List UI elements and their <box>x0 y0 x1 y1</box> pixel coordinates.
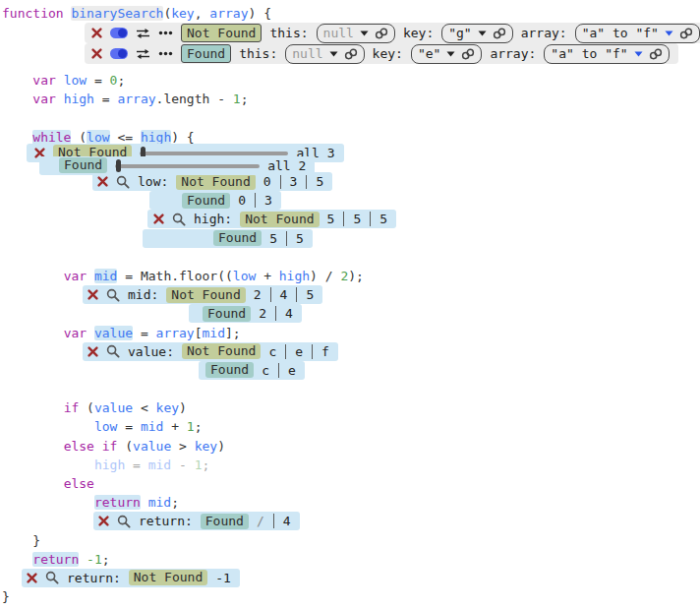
code-token: -1 <box>87 552 102 567</box>
code-token: > <box>171 439 194 454</box>
link-icon <box>679 28 693 39</box>
value-dropdown[interactable]: "a" to "f" <box>544 44 669 64</box>
probe-panel: high:Not Found555 <box>147 210 396 228</box>
more-icon[interactable] <box>158 51 173 56</box>
code-token: <= <box>110 130 141 145</box>
value-dropdown[interactable]: null <box>317 24 395 43</box>
iteration-slider[interactable] <box>115 159 260 172</box>
code-token-highlighted[interactable]: binarySearch <box>71 6 163 21</box>
slider-track[interactable] <box>140 152 288 155</box>
close-icon[interactable] <box>91 48 102 59</box>
code-token-highlighted[interactable]: value <box>94 326 133 340</box>
probe-value: 5 <box>353 212 361 226</box>
caret-down-icon <box>634 51 643 57</box>
value-dropdown[interactable]: "e" <box>411 44 482 64</box>
toggle-knob <box>118 29 127 37</box>
caret-down-icon <box>360 30 369 36</box>
code-token <box>2 552 32 567</box>
value-dropdown[interactable]: "g" <box>441 24 512 43</box>
close-icon[interactable] <box>27 573 37 583</box>
code-token: 1 <box>187 419 195 434</box>
probe-row: high:Not Found555 <box>0 210 700 228</box>
probe-values: -1 <box>215 571 231 585</box>
link-icon <box>649 48 663 60</box>
code-token: 1 <box>233 92 241 106</box>
close-icon[interactable] <box>91 28 102 38</box>
code-line: return -1; <box>0 550 700 569</box>
value-dropdown[interactable]: "a" to "f" <box>575 24 700 43</box>
magnifier-icon[interactable] <box>117 515 131 528</box>
dropdown-value: "g" <box>448 26 471 40</box>
code-token: + <box>256 269 278 283</box>
toggle-icon[interactable] <box>110 48 128 59</box>
code-token: mid <box>148 495 171 510</box>
code-token: key <box>156 400 179 415</box>
magnifier-icon[interactable] <box>116 175 130 189</box>
swap-icon[interactable] <box>136 48 150 60</box>
probe-value: 5 <box>316 174 323 189</box>
status-badge: Found <box>59 157 107 173</box>
magnifier-icon[interactable] <box>45 571 59 584</box>
code-token-highlighted[interactable]: low <box>87 130 109 145</box>
probe-values: 03 <box>238 193 272 208</box>
probe-panel: Foundce <box>199 361 305 380</box>
code-token: ) { <box>248 6 270 21</box>
code-token: var <box>32 73 55 88</box>
code-token <box>94 439 102 454</box>
probe-row: value:Not Foundcef <box>0 342 700 361</box>
code-token: var <box>32 92 55 106</box>
code-line: else <box>0 474 700 493</box>
code-token: ; <box>203 458 210 472</box>
probe-row: Found55 <box>0 229 700 248</box>
close-icon[interactable] <box>97 176 108 187</box>
probe-values: 24 <box>259 306 293 321</box>
code-token: low <box>64 73 87 88</box>
toggle-knob <box>118 49 127 58</box>
magnifier-icon[interactable] <box>106 288 120 302</box>
probe-value: 3 <box>290 174 298 189</box>
close-icon[interactable] <box>88 346 98 357</box>
slider-thumb[interactable] <box>116 159 121 172</box>
code-token: ) / <box>310 269 340 283</box>
probe-value: c <box>268 344 276 359</box>
code-token <box>56 92 64 106</box>
caret-down-icon <box>446 51 455 57</box>
code-token: } <box>2 533 40 548</box>
toggle-icon[interactable] <box>110 28 128 38</box>
trace-panel: Not Foundthis:nullkey:"g"array:"a" to "f… <box>85 23 700 43</box>
code-token <box>64 6 72 21</box>
probe-row: return:Found/4 <box>0 512 700 530</box>
code-token: var <box>64 326 87 340</box>
code-token: if <box>64 400 80 415</box>
code-token-highlighted[interactable]: mid <box>94 269 117 283</box>
probe-values: /4 <box>257 514 291 528</box>
code-token <box>2 458 94 472</box>
code-token: high <box>94 458 125 472</box>
code-token-highlighted[interactable]: while <box>32 130 71 145</box>
code-token: 0 <box>110 73 118 88</box>
link-icon <box>344 48 358 60</box>
probe-value: 4 <box>280 287 288 302</box>
close-icon[interactable] <box>98 516 109 526</box>
value-dropdown[interactable]: null <box>285 44 364 64</box>
code-token-highlighted[interactable]: high <box>141 130 171 145</box>
magnifier-icon[interactable] <box>106 344 120 358</box>
status-badge: Not Found <box>182 343 261 359</box>
status-badge: Not Found <box>166 287 245 303</box>
code-token: ; <box>195 419 203 434</box>
swap-icon[interactable] <box>136 28 150 39</box>
magnifier-icon[interactable] <box>172 213 186 226</box>
close-icon[interactable] <box>88 289 98 300</box>
more-icon[interactable] <box>158 30 173 35</box>
value-separator <box>273 514 274 528</box>
code-token-highlighted[interactable]: return <box>32 552 79 567</box>
code-line: high = mid - 1; <box>0 456 700 474</box>
close-icon[interactable] <box>153 214 164 224</box>
code-token-highlighted[interactable]: return <box>94 495 141 510</box>
slider-track[interactable] <box>115 164 260 168</box>
code-token: = <box>94 92 117 106</box>
code-token <box>2 400 64 415</box>
value-separator <box>285 344 286 359</box>
dropdown-value: null <box>323 26 354 40</box>
probe-value: 3 <box>264 193 272 208</box>
